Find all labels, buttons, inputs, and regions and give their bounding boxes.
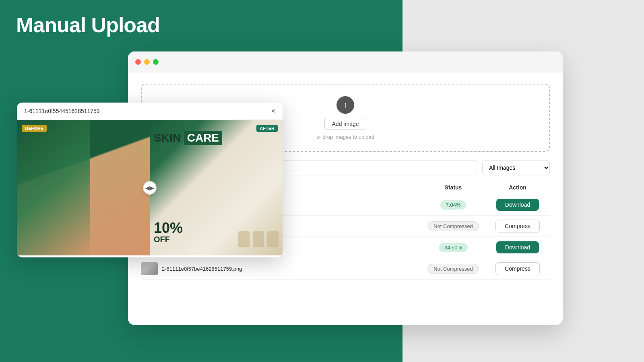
spa-item-2 <box>253 231 264 247</box>
status-badge-not-compressed: Not Compressed <box>427 264 479 274</box>
browser-toolbar <box>128 51 563 72</box>
traffic-light-red[interactable] <box>135 59 141 65</box>
status-badge-compressed: 34.50% <box>439 243 468 252</box>
status-badge-compressed: 7.04% <box>440 200 466 210</box>
slider-handle[interactable]: ◀▶ <box>143 181 157 195</box>
modal-close-button[interactable]: × <box>271 107 275 115</box>
row-action[interactable]: Compress <box>485 262 550 275</box>
row-filename: 2-61111e0f57be41628511759.png <box>141 262 421 275</box>
skin-word: SKIN <box>154 132 181 144</box>
before-label: BEFORE <box>22 125 47 132</box>
traffic-light-green[interactable] <box>153 59 159 65</box>
modal-image-area: BEFORE ◀▶ AFTER SKIN CARE 10% OFF <box>17 120 283 255</box>
col-status: Status <box>421 184 485 191</box>
care-word: CARE <box>184 131 222 145</box>
spa-items <box>238 231 279 247</box>
upload-icon: ↑ <box>336 96 354 114</box>
row-status: 7.04% <box>421 200 485 210</box>
page-title: Manual Upload <box>16 13 160 37</box>
drop-hint: or drop images to upload <box>316 134 374 140</box>
discount-percent: 10% <box>154 220 183 236</box>
row-action[interactable]: Compress <box>485 220 550 232</box>
discount-text: 10% OFF <box>154 220 183 244</box>
compress-button[interactable]: Compress <box>495 262 540 275</box>
after-image: AFTER SKIN CARE 10% OFF <box>150 120 283 255</box>
after-label: AFTER <box>256 125 278 132</box>
filter-select[interactable]: All Images Compressed Not Compressed <box>482 160 550 175</box>
col-action: Action <box>485 184 550 191</box>
traffic-light-yellow[interactable] <box>144 59 150 65</box>
row-action[interactable]: Download <box>485 241 550 253</box>
modal-header: 1-61111e0f554451628511759 × <box>17 103 283 120</box>
row-status: Not Compressed <box>421 264 485 274</box>
row-status: 34.50% <box>421 243 485 252</box>
spa-item-3 <box>267 231 279 247</box>
skincare-text: SKIN CARE <box>154 131 222 145</box>
thumb-4 <box>141 262 158 275</box>
status-badge-not-compressed: Not Compressed <box>427 221 479 231</box>
row-action[interactable]: Download <box>485 199 550 211</box>
leaf-overlay <box>17 120 90 255</box>
image-preview-modal: 1-61111e0f554451628511759 × BEFORE ◀▶ AF… <box>17 103 283 257</box>
table-row: 2-61111e0f57be41628511759.png Not Compre… <box>141 258 550 280</box>
row-status: Not Compressed <box>421 221 485 231</box>
download-button[interactable]: Download <box>496 241 539 253</box>
modal-title: 1-61111e0f554451628511759 <box>24 108 100 114</box>
compress-button[interactable]: Compress <box>495 220 540 232</box>
add-image-button[interactable]: Add image <box>324 118 367 130</box>
filename-text: 2-61111e0f57be41628511759.png <box>162 266 242 272</box>
off-text: OFF <box>154 235 183 244</box>
before-image: BEFORE <box>17 120 150 255</box>
spa-item-1 <box>238 231 250 247</box>
download-button[interactable]: Download <box>496 199 539 211</box>
